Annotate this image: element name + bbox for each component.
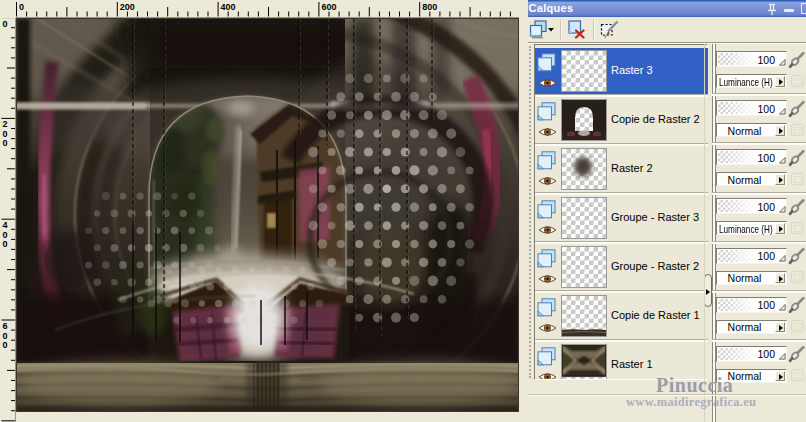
svg-text:0: 0 <box>3 331 8 341</box>
svg-text:0: 0 <box>3 138 8 148</box>
svg-text:0: 0 <box>19 2 24 12</box>
svg-text:0: 0 <box>3 129 8 139</box>
svg-text:4: 4 <box>3 220 8 230</box>
svg-text:200: 200 <box>120 2 135 12</box>
svg-text:800: 800 <box>422 2 437 12</box>
svg-text:0: 0 <box>3 19 8 29</box>
svg-text:2: 2 <box>3 119 8 129</box>
svg-text:600: 600 <box>321 2 336 12</box>
svg-text:6: 6 <box>3 321 8 331</box>
svg-text:0: 0 <box>3 239 8 249</box>
svg-text:0: 0 <box>3 340 8 350</box>
svg-text:0: 0 <box>3 230 8 240</box>
svg-text:400: 400 <box>221 2 236 12</box>
